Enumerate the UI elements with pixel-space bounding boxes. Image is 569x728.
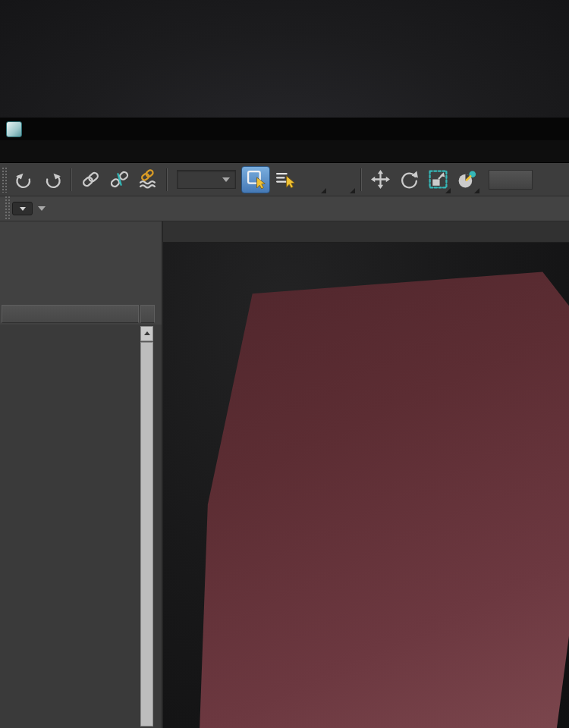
rectangular-region-icon [305, 171, 322, 188]
ribbon-bar [0, 196, 569, 221]
scale-icon [428, 169, 448, 190]
pivot-center-icon [457, 169, 477, 190]
screen [0, 0, 569, 728]
viewport-canvas[interactable] [163, 243, 569, 728]
list-scrollbar[interactable] [140, 326, 153, 726]
viewport-top-strip [163, 221, 569, 243]
window-crossing-button[interactable] [328, 165, 357, 195]
toolbar-separator [71, 168, 72, 191]
link-icon [80, 169, 101, 190]
select-cursor-icon [246, 169, 266, 190]
window-crossing-icon [334, 171, 351, 188]
statistics-overlay [165, 273, 289, 287]
redo-icon [42, 169, 63, 190]
select-and-move-button[interactable] [366, 165, 395, 195]
title-bar [0, 118, 569, 140]
scrollbar-thumb[interactable] [140, 342, 153, 726]
rotate-icon [399, 169, 420, 190]
chevron-down-icon [38, 206, 46, 211]
undo-icon [14, 169, 34, 190]
select-by-name-icon [275, 169, 295, 190]
rectangular-selection-region-button[interactable] [299, 165, 328, 195]
space-warp-icon [138, 169, 159, 190]
banquet-table-object[interactable] [163, 243, 569, 728]
menu-bar [0, 140, 569, 163]
toolbar-grip[interactable] [2, 167, 8, 193]
chevron-down-icon [222, 177, 230, 182]
column-header-corner[interactable] [140, 305, 155, 323]
main-area [0, 221, 569, 728]
reference-coordinate-system-dropdown[interactable] [489, 170, 533, 190]
scene-explorer-panel [0, 221, 163, 728]
toolbar-separator [360, 168, 362, 191]
main-toolbar [0, 163, 569, 196]
viewport-area [163, 221, 569, 728]
select-and-scale-button[interactable] [423, 165, 452, 195]
move-icon [370, 169, 391, 190]
select-and-rotate-button[interactable] [395, 165, 423, 195]
ribbon-minimize-dropdown[interactable] [12, 202, 46, 215]
undo-button[interactable] [9, 165, 38, 195]
redo-button[interactable] [38, 165, 67, 195]
dropdown-box-icon [12, 202, 33, 215]
use-pivot-point-center-button[interactable] [452, 165, 481, 195]
name-column-header[interactable] [2, 305, 139, 323]
object-list [0, 325, 162, 728]
scroll-up-button[interactable] [140, 326, 153, 341]
select-object-button[interactable] [241, 166, 270, 193]
broken-link-icon [109, 169, 130, 190]
unlink-selection-button[interactable] [105, 165, 134, 195]
select-and-link-button[interactable] [76, 165, 105, 195]
select-by-name-button[interactable] [270, 165, 299, 195]
3ds-max-app-icon [6, 121, 22, 137]
selection-filter-dropdown[interactable] [177, 170, 236, 189]
background-render [0, 0, 569, 118]
ribbon-grip[interactable] [5, 196, 11, 221]
app-window [0, 118, 569, 728]
bind-to-space-warp-button[interactable] [134, 165, 162, 195]
toolbar-separator [166, 168, 168, 191]
